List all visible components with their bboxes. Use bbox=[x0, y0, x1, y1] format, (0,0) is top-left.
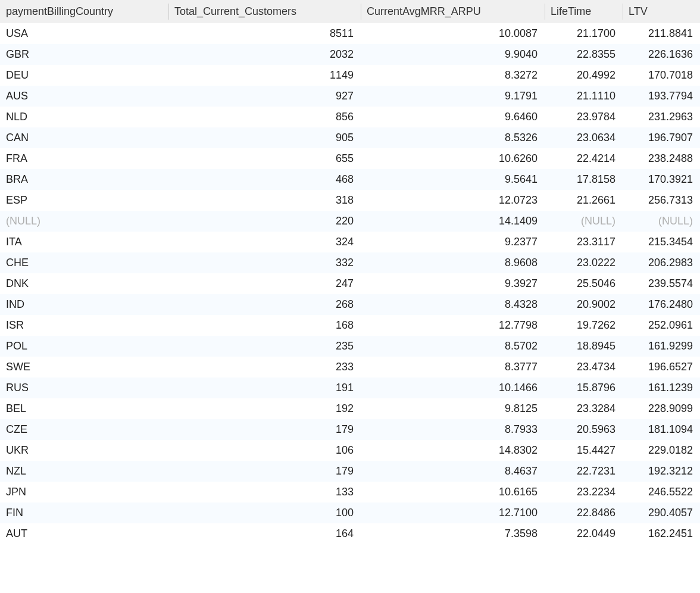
cell-paymentBillingCountry[interactable]: SWE bbox=[0, 357, 168, 377]
cell-Total_Current_Customers[interactable]: 133 bbox=[168, 482, 361, 503]
cell-paymentBillingCountry[interactable]: DNK bbox=[0, 273, 168, 294]
cell-Total_Current_Customers[interactable]: 164 bbox=[168, 523, 361, 544]
cell-LifeTime[interactable]: 23.0222 bbox=[545, 252, 623, 273]
cell-Total_Current_Customers[interactable]: 191 bbox=[168, 377, 361, 398]
cell-paymentBillingCountry[interactable]: CAN bbox=[0, 127, 168, 148]
table-row[interactable]: UKR10614.830215.4427229.0182 bbox=[0, 440, 700, 461]
cell-LTV[interactable]: 252.0961 bbox=[623, 315, 700, 336]
cell-paymentBillingCountry[interactable]: ISR bbox=[0, 315, 168, 336]
cell-LTV[interactable]: 170.7018 bbox=[623, 65, 700, 86]
table-row[interactable]: DNK2479.392725.5046239.5574 bbox=[0, 273, 700, 294]
cell-paymentBillingCountry[interactable]: CHE bbox=[0, 252, 168, 273]
cell-LifeTime[interactable]: 22.8355 bbox=[545, 44, 623, 65]
cell-CurrentAvgMRR_ARPU[interactable]: 9.8125 bbox=[361, 398, 545, 419]
table-row[interactable]: DEU11498.327220.4992170.7018 bbox=[0, 65, 700, 86]
cell-CurrentAvgMRR_ARPU[interactable]: 12.7798 bbox=[361, 315, 545, 336]
cell-paymentBillingCountry[interactable]: CZE bbox=[0, 419, 168, 440]
cell-LifeTime[interactable]: 19.7262 bbox=[545, 315, 623, 336]
cell-LTV[interactable]: 226.1636 bbox=[623, 44, 700, 65]
cell-LTV[interactable]: 256.7313 bbox=[623, 190, 700, 211]
cell-LifeTime[interactable]: 23.0634 bbox=[545, 127, 623, 148]
cell-Total_Current_Customers[interactable]: 856 bbox=[168, 107, 361, 127]
cell-LifeTime[interactable]: 20.4992 bbox=[545, 65, 623, 86]
cell-CurrentAvgMRR_ARPU[interactable]: 8.4328 bbox=[361, 294, 545, 315]
cell-LifeTime[interactable]: 23.2234 bbox=[545, 482, 623, 503]
table-row[interactable]: AUS9279.179121.1110193.7794 bbox=[0, 86, 700, 107]
cell-Total_Current_Customers[interactable]: 220 bbox=[168, 211, 361, 232]
cell-LTV[interactable]: 193.7794 bbox=[623, 86, 700, 107]
cell-LifeTime[interactable]: 20.9002 bbox=[545, 294, 623, 315]
cell-Total_Current_Customers[interactable]: 100 bbox=[168, 503, 361, 523]
table-row[interactable]: (NULL)22014.1409(NULL)(NULL) bbox=[0, 211, 700, 232]
cell-Total_Current_Customers[interactable]: 1149 bbox=[168, 65, 361, 86]
cell-Total_Current_Customers[interactable]: 168 bbox=[168, 315, 361, 336]
table-row[interactable]: RUS19110.146615.8796161.1239 bbox=[0, 377, 700, 398]
cell-Total_Current_Customers[interactable]: 106 bbox=[168, 440, 361, 461]
cell-CurrentAvgMRR_ARPU[interactable]: 9.1791 bbox=[361, 86, 545, 107]
cell-Total_Current_Customers[interactable]: 233 bbox=[168, 357, 361, 377]
cell-paymentBillingCountry[interactable]: JPN bbox=[0, 482, 168, 503]
cell-paymentBillingCountry[interactable]: RUS bbox=[0, 377, 168, 398]
cell-paymentBillingCountry[interactable]: IND bbox=[0, 294, 168, 315]
cell-paymentBillingCountry[interactable]: GBR bbox=[0, 44, 168, 65]
cell-LifeTime[interactable]: 22.7231 bbox=[545, 461, 623, 482]
table-row[interactable]: CHE3328.960823.0222206.2983 bbox=[0, 252, 700, 273]
cell-Total_Current_Customers[interactable]: 318 bbox=[168, 190, 361, 211]
cell-LTV[interactable]: 231.2963 bbox=[623, 107, 700, 127]
cell-LTV[interactable]: 192.3212 bbox=[623, 461, 700, 482]
cell-Total_Current_Customers[interactable]: 179 bbox=[168, 461, 361, 482]
cell-paymentBillingCountry[interactable]: BRA bbox=[0, 169, 168, 190]
cell-paymentBillingCountry[interactable]: FRA bbox=[0, 148, 168, 169]
cell-LTV[interactable]: 215.3454 bbox=[623, 232, 700, 252]
cell-CurrentAvgMRR_ARPU[interactable]: 8.5702 bbox=[361, 336, 545, 357]
cell-Total_Current_Customers[interactable]: 2032 bbox=[168, 44, 361, 65]
table-row[interactable]: ISR16812.779819.7262252.0961 bbox=[0, 315, 700, 336]
cell-Total_Current_Customers[interactable]: 324 bbox=[168, 232, 361, 252]
cell-Total_Current_Customers[interactable]: 192 bbox=[168, 398, 361, 419]
cell-paymentBillingCountry[interactable]: AUS bbox=[0, 86, 168, 107]
cell-LifeTime[interactable]: 15.8796 bbox=[545, 377, 623, 398]
cell-CurrentAvgMRR_ARPU[interactable]: 10.6260 bbox=[361, 148, 545, 169]
cell-LTV[interactable]: 239.5574 bbox=[623, 273, 700, 294]
cell-LTV[interactable]: 238.2488 bbox=[623, 148, 700, 169]
cell-paymentBillingCountry[interactable]: ITA bbox=[0, 232, 168, 252]
cell-CurrentAvgMRR_ARPU[interactable]: 8.5326 bbox=[361, 127, 545, 148]
cell-LifeTime[interactable]: 22.0449 bbox=[545, 523, 623, 544]
column-header-paymentBillingCountry[interactable]: paymentBillingCountry bbox=[0, 0, 168, 23]
cell-paymentBillingCountry[interactable]: AUT bbox=[0, 523, 168, 544]
cell-CurrentAvgMRR_ARPU[interactable]: 14.1409 bbox=[361, 211, 545, 232]
cell-CurrentAvgMRR_ARPU[interactable]: 10.1466 bbox=[361, 377, 545, 398]
cell-paymentBillingCountry[interactable]: DEU bbox=[0, 65, 168, 86]
cell-CurrentAvgMRR_ARPU[interactable]: 7.3598 bbox=[361, 523, 545, 544]
cell-LifeTime[interactable]: 21.1110 bbox=[545, 86, 623, 107]
cell-LTV[interactable]: 229.0182 bbox=[623, 440, 700, 461]
cell-LifeTime[interactable]: 21.2661 bbox=[545, 190, 623, 211]
table-row[interactable]: CZE1798.793320.5963181.1094 bbox=[0, 419, 700, 440]
cell-LTV[interactable]: 170.3921 bbox=[623, 169, 700, 190]
cell-CurrentAvgMRR_ARPU[interactable]: 9.5641 bbox=[361, 169, 545, 190]
column-header-Total_Current_Customers[interactable]: Total_Current_Customers bbox=[168, 0, 361, 23]
table-row[interactable]: BRA4689.564117.8158170.3921 bbox=[0, 169, 700, 190]
cell-LTV[interactable]: 228.9099 bbox=[623, 398, 700, 419]
cell-CurrentAvgMRR_ARPU[interactable]: 8.3777 bbox=[361, 357, 545, 377]
table-row[interactable]: FRA65510.626022.4214238.2488 bbox=[0, 148, 700, 169]
cell-LTV[interactable]: 176.2480 bbox=[623, 294, 700, 315]
cell-LTV[interactable]: 206.2983 bbox=[623, 252, 700, 273]
cell-LifeTime[interactable]: 25.5046 bbox=[545, 273, 623, 294]
table-row[interactable]: SWE2338.377723.4734196.6527 bbox=[0, 357, 700, 377]
cell-CurrentAvgMRR_ARPU[interactable]: 10.0087 bbox=[361, 23, 545, 44]
cell-CurrentAvgMRR_ARPU[interactable]: 8.3272 bbox=[361, 65, 545, 86]
cell-CurrentAvgMRR_ARPU[interactable]: 12.7100 bbox=[361, 503, 545, 523]
cell-LTV[interactable]: (NULL) bbox=[623, 211, 700, 232]
cell-paymentBillingCountry[interactable]: USA bbox=[0, 23, 168, 44]
cell-CurrentAvgMRR_ARPU[interactable]: 10.6165 bbox=[361, 482, 545, 503]
cell-Total_Current_Customers[interactable]: 655 bbox=[168, 148, 361, 169]
cell-paymentBillingCountry[interactable]: BEL bbox=[0, 398, 168, 419]
cell-LifeTime[interactable]: 23.3117 bbox=[545, 232, 623, 252]
cell-paymentBillingCountry[interactable]: (NULL) bbox=[0, 211, 168, 232]
cell-LTV[interactable]: 290.4057 bbox=[623, 503, 700, 523]
cell-Total_Current_Customers[interactable]: 905 bbox=[168, 127, 361, 148]
cell-LifeTime[interactable]: 22.8486 bbox=[545, 503, 623, 523]
cell-CurrentAvgMRR_ARPU[interactable]: 9.2377 bbox=[361, 232, 545, 252]
cell-LifeTime[interactable]: 22.4214 bbox=[545, 148, 623, 169]
